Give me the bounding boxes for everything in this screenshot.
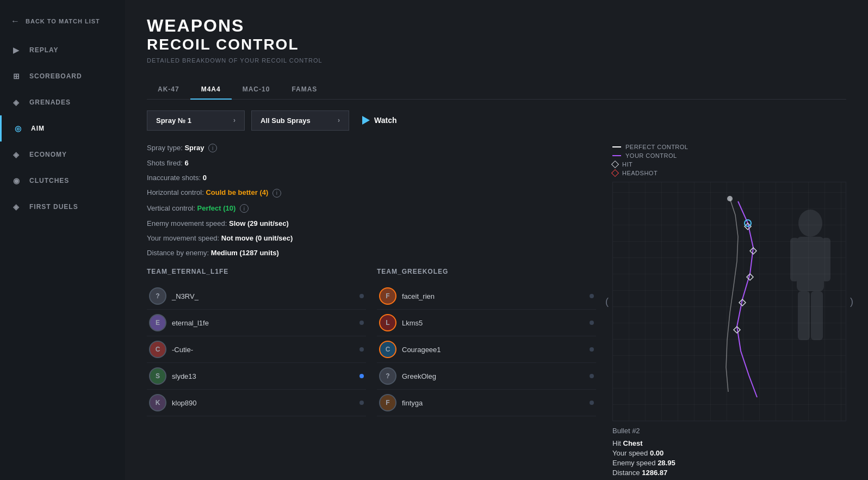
team2-title: TEAM_GREEKOLEG [377,268,596,275]
sidebar-item-economy[interactable]: ◈ ECONOMY [0,141,125,168]
player-name: Lkms5 [402,319,584,327]
player-dot-active [359,374,364,378]
avatar: C [149,341,166,358]
player-name: -Cutie- [172,346,354,354]
player-dot [359,294,364,298]
weapon-tabs: AK-47 M4A4 MAC-10 FAMAS [147,80,846,100]
clutches-icon: ◉ [11,175,22,186]
team1-title: TEAM_ETERNAL_L1FE [147,268,366,275]
tab-ak47[interactable]: AK-47 [147,80,190,100]
horizontal-control-stat: Horizontal control: Could be better (4) … [147,188,596,198]
legend-hit: HIT [612,161,846,168]
bullet-your-speed: Your speed 0.00 [612,449,846,457]
player-dot [359,347,364,352]
distance-stat: Distance by enemy: Medium (1287 units) [147,249,596,257]
player-row: L Lkms5 [377,310,596,336]
svg-rect-10 [822,238,830,281]
player-row: C -Cutie- [147,336,366,363]
player-dot [359,401,364,405]
player-row: ? _N3RV_ [147,283,366,310]
sub-spray-dropdown[interactable]: All Sub Sprays › [251,110,349,131]
spray-type-info-icon[interactable]: i [208,144,217,152]
sidebar-item-scoreboard[interactable]: ⊞ SCOREBOARD [0,63,125,89]
page-subtitle: RECOIL CONTROL [147,35,846,54]
back-arrow-icon: ← [11,16,20,26]
sidebar-item-clutches[interactable]: ◉ CLUTCHES [0,168,125,194]
player-row: ? GreekOleg [377,363,596,390]
player-row: S slyde13 [147,363,366,390]
tab-mac10[interactable]: MAC-10 [232,80,281,100]
spray-type-stat: Spray type: Spray i [147,144,596,153]
svg-point-7 [798,210,822,237]
page-header: WEAPONS RECOIL CONTROL DETAILED BREAKDOW… [147,16,846,64]
horizontal-info-icon[interactable]: i [272,189,281,198]
watch-button[interactable]: Watch [356,112,403,129]
controls-row: Spray № 1 › All Sub Sprays › Watch [147,110,846,131]
svg-rect-11 [798,291,810,340]
chart-area: PERFECT CONTROL YOUR CONTROL HIT HEADSHO… [612,144,846,480]
vertical-control-stat: Vertical control: Perfect (10) i [147,204,596,213]
bullet-hit: Hit Chest [612,439,846,447]
player-name: Courageee1 [402,346,584,354]
enemy-silhouette [780,210,840,384]
aim-icon: ◎ [13,123,23,134]
inaccurate-shots-stat: Inaccurate shots: 0 [147,174,596,182]
player-row: C Courageee1 [377,336,596,363]
bullet-info: Bullet #2 Hit Chest Your speed 0.00 Enem… [612,427,846,477]
team2-block: TEAM_GREEKOLEG F faceit_rien L Lkms5 C C… [377,268,596,416]
sidebar-item-aim[interactable]: ◎ AIM [0,115,125,141]
grenades-icon: ◈ [11,97,22,108]
legend-headshot: HEADSHOT [612,170,846,176]
bullet-enemy-speed: Enemy speed 28.95 [612,459,846,467]
sub-spray-dropdown-arrow: › [338,116,340,124]
sidebar: ← BACK TO MATCH LIST ▶ REPLAY ⊞ SCOREBOA… [0,0,125,480]
sidebar-nav: ▶ REPLAY ⊞ SCOREBOARD ◈ GRENADES ◎ AIM ◈… [0,37,125,220]
avatar: F [379,287,396,305]
avatar: C [379,341,396,358]
replay-icon: ▶ [11,45,22,56]
player-name: faceit_rien [402,292,584,300]
perfect-control-line [612,146,621,147]
player-row: E eternal_l1fe [147,310,366,336]
player-dot [590,294,594,298]
chart-nav-left-button[interactable]: ( [605,296,609,307]
content-left: Spray type: Spray i Shots fired: 6 Inacc… [147,144,596,480]
legend-perfect: PERFECT CONTROL [612,144,846,150]
player-dot [590,401,594,405]
scoreboard-icon: ⊞ [11,71,22,82]
player-name: slyde13 [172,372,354,380]
sidebar-item-first-duels[interactable]: ◈ FIRST DUELS [0,194,125,220]
player-name: eternal_l1fe [172,319,354,327]
your-control-line [612,155,621,156]
economy-icon: ◈ [11,149,22,160]
tab-famas[interactable]: FAMAS [281,80,328,100]
bullet-distance: Distance 1286.87 [612,469,846,477]
avatar: F [379,394,396,411]
player-row: F faceit_rien [377,283,596,310]
silhouette-svg [780,210,840,384]
player-dot [590,374,594,378]
hit-diamond-icon [611,161,619,168]
chart-nav-right-button[interactable]: ) [850,296,853,307]
sidebar-item-grenades[interactable]: ◈ GRENADES [0,89,125,115]
player-row: K klop890 [147,390,366,416]
player-name: _N3RV_ [172,292,354,300]
page-title: WEAPONS [147,16,846,35]
player-name: fintyga [402,399,584,407]
player-row: F fintyga [377,390,596,416]
spray-dropdown-arrow: › [233,116,235,124]
first-duels-icon: ◈ [11,201,22,212]
avatar: ? [149,287,166,305]
svg-point-6 [727,196,733,201]
player-dot [590,347,594,352]
watch-play-icon [362,116,370,125]
spray-dropdown[interactable]: Spray № 1 › [147,110,245,131]
sidebar-item-replay[interactable]: ▶ REPLAY [0,37,125,63]
avatar: E [149,314,166,331]
vertical-info-icon[interactable]: i [240,204,249,213]
avatar: ? [379,367,396,385]
back-to-match-button[interactable]: ← BACK TO MATCH LIST [0,11,125,37]
teams-section: TEAM_ETERNAL_L1FE ? _N3RV_ E eternal_l1f… [147,268,596,416]
avatar: K [149,394,166,411]
tab-m4a4[interactable]: M4A4 [190,80,232,100]
